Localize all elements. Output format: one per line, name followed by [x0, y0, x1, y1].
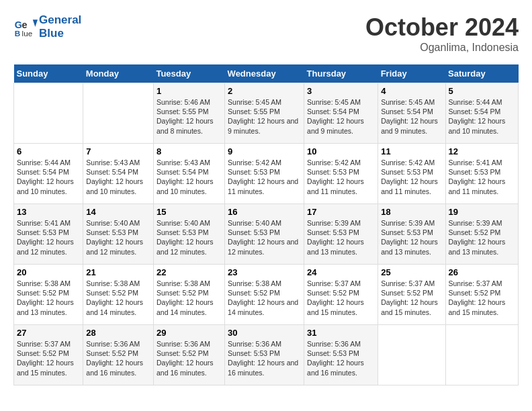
day-info: Sunrise: 5:40 AMSunset: 5:53 PMDaylight:…: [86, 218, 150, 257]
calendar-cell: 10Sunrise: 5:42 AMSunset: 5:53 PMDayligh…: [304, 144, 378, 204]
sunrise-text: Sunrise: 5:37 AM: [381, 279, 442, 288]
day-info: Sunrise: 5:40 AMSunset: 5:53 PMDaylight:…: [157, 218, 222, 257]
day-info: Sunrise: 5:44 AMSunset: 5:54 PMDaylight:…: [449, 97, 515, 136]
day-info: Sunrise: 5:37 AMSunset: 5:52 PMDaylight:…: [17, 339, 80, 377]
calendar-week-5: 27Sunrise: 5:37 AMSunset: 5:52 PMDayligh…: [14, 325, 519, 385]
day-info: Sunrise: 5:38 AMSunset: 5:52 PMDaylight:…: [17, 279, 80, 317]
daylight-text: Daylight: 12 hours and 13 minutes.: [307, 237, 375, 256]
daylight-text: Daylight: 12 hours and 9 minutes.: [307, 116, 375, 135]
logo: G e B lue General Blue: [13, 13, 81, 40]
day-info: Sunrise: 5:36 AMSunset: 5:53 PMDaylight:…: [228, 339, 301, 377]
daylight-text: Daylight: 12 hours and 13 minutes.: [17, 298, 80, 316]
day-number: 8: [157, 146, 222, 156]
sunrise-text: Sunrise: 5:42 AM: [381, 158, 442, 167]
col-header-friday: Friday: [378, 64, 445, 83]
daylight-text: Daylight: 12 hours and 10 minutes.: [17, 177, 80, 195]
sunrise-text: Sunrise: 5:40 AM: [86, 218, 150, 228]
sunset-text: Sunset: 5:53 PM: [381, 228, 442, 237]
sunset-text: Sunset: 5:52 PM: [17, 288, 80, 298]
calendar-cell: 23Sunrise: 5:38 AMSunset: 5:52 PMDayligh…: [225, 265, 304, 325]
daylight-text: Daylight: 12 hours and 12 minutes.: [228, 237, 301, 256]
day-number: 17: [307, 207, 375, 217]
sunrise-text: Sunrise: 5:40 AM: [228, 218, 301, 228]
calendar-cell: 31Sunrise: 5:36 AMSunset: 5:53 PMDayligh…: [304, 325, 378, 385]
col-header-thursday: Thursday: [304, 64, 378, 83]
sunset-text: Sunset: 5:52 PM: [157, 288, 222, 298]
calendar-cell: 16Sunrise: 5:40 AMSunset: 5:53 PMDayligh…: [225, 204, 304, 265]
day-number: 2: [228, 86, 301, 96]
calendar-cell: 3Sunrise: 5:45 AMSunset: 5:54 PMDaylight…: [304, 83, 378, 144]
calendar-cell: 15Sunrise: 5:40 AMSunset: 5:53 PMDayligh…: [153, 204, 224, 265]
day-number: 31: [307, 328, 375, 338]
daylight-text: Daylight: 12 hours and 15 minutes.: [381, 298, 442, 316]
calendar-cell: 2Sunrise: 5:45 AMSunset: 5:55 PMDaylight…: [225, 83, 304, 144]
day-number: 29: [157, 328, 222, 338]
sunrise-text: Sunrise: 5:37 AM: [307, 279, 375, 288]
col-header-wednesday: Wednesday: [225, 64, 304, 83]
day-info: Sunrise: 5:45 AMSunset: 5:54 PMDaylight:…: [307, 97, 375, 136]
sunrise-text: Sunrise: 5:43 AM: [86, 158, 150, 167]
day-info: Sunrise: 5:38 AMSunset: 5:52 PMDaylight:…: [157, 279, 222, 317]
sunrise-text: Sunrise: 5:39 AM: [449, 218, 515, 228]
calendar-cell: 14Sunrise: 5:40 AMSunset: 5:53 PMDayligh…: [83, 204, 154, 265]
svg-text:B: B: [15, 29, 20, 38]
daylight-text: Daylight: 12 hours and 10 minutes.: [449, 116, 515, 135]
day-info: Sunrise: 5:42 AMSunset: 5:53 PMDaylight:…: [228, 158, 301, 196]
sunset-text: Sunset: 5:53 PM: [307, 228, 375, 237]
day-number: 11: [381, 146, 442, 156]
sunset-text: Sunset: 5:54 PM: [86, 167, 150, 177]
day-info: Sunrise: 5:37 AMSunset: 5:52 PMDaylight:…: [449, 279, 515, 317]
sunrise-text: Sunrise: 5:36 AM: [86, 339, 150, 349]
calendar-week-4: 20Sunrise: 5:38 AMSunset: 5:52 PMDayligh…: [14, 265, 519, 325]
sunrise-text: Sunrise: 5:38 AM: [157, 279, 222, 288]
day-info: Sunrise: 5:45 AMSunset: 5:55 PMDaylight:…: [228, 97, 301, 136]
daylight-text: Daylight: 12 hours and 11 minutes.: [307, 177, 375, 195]
day-info: Sunrise: 5:36 AMSunset: 5:52 PMDaylight:…: [86, 339, 150, 377]
sunset-text: Sunset: 5:53 PM: [449, 167, 515, 177]
day-number: 15: [157, 207, 222, 217]
day-number: 14: [86, 207, 150, 217]
day-info: Sunrise: 5:44 AMSunset: 5:54 PMDaylight:…: [17, 158, 80, 196]
sunrise-text: Sunrise: 5:45 AM: [228, 97, 301, 107]
daylight-text: Daylight: 12 hours and 16 minutes.: [307, 358, 375, 377]
calendar-cell: [378, 325, 445, 385]
calendar-cell: 9Sunrise: 5:42 AMSunset: 5:53 PMDaylight…: [225, 144, 304, 204]
daylight-text: Daylight: 12 hours and 16 minutes.: [157, 358, 222, 377]
day-number: 6: [17, 146, 80, 156]
day-info: Sunrise: 5:37 AMSunset: 5:52 PMDaylight:…: [307, 279, 375, 317]
sunrise-text: Sunrise: 5:39 AM: [381, 218, 442, 228]
sunrise-text: Sunrise: 5:46 AM: [157, 97, 222, 107]
day-info: Sunrise: 5:38 AMSunset: 5:52 PMDaylight:…: [86, 279, 150, 317]
calendar-cell: 24Sunrise: 5:37 AMSunset: 5:52 PMDayligh…: [304, 265, 378, 325]
day-info: Sunrise: 5:39 AMSunset: 5:53 PMDaylight:…: [381, 218, 442, 257]
day-number: 21: [86, 267, 150, 277]
day-number: 27: [17, 328, 80, 338]
daylight-text: Daylight: 12 hours and 12 minutes.: [17, 237, 80, 256]
location: Oganlima, Indonesia: [365, 42, 519, 54]
day-number: 10: [307, 146, 375, 156]
day-info: Sunrise: 5:41 AMSunset: 5:53 PMDaylight:…: [17, 218, 80, 257]
day-number: 9: [228, 146, 301, 156]
svg-text:e: e: [22, 19, 28, 30]
daylight-text: Daylight: 12 hours and 15 minutes.: [307, 298, 375, 316]
sunset-text: Sunset: 5:52 PM: [449, 288, 515, 298]
sunrise-text: Sunrise: 5:39 AM: [307, 218, 375, 228]
col-header-tuesday: Tuesday: [153, 64, 224, 83]
daylight-text: Daylight: 12 hours and 12 minutes.: [157, 237, 222, 256]
day-info: Sunrise: 5:36 AMSunset: 5:52 PMDaylight:…: [157, 339, 222, 377]
daylight-text: Daylight: 12 hours and 14 minutes.: [228, 298, 301, 316]
day-number: 4: [381, 86, 442, 96]
sunrise-text: Sunrise: 5:36 AM: [228, 339, 301, 349]
sunrise-text: Sunrise: 5:45 AM: [381, 97, 442, 107]
col-header-monday: Monday: [83, 64, 154, 83]
sunset-text: Sunset: 5:53 PM: [307, 349, 375, 358]
header-row: SundayMondayTuesdayWednesdayThursdayFrid…: [14, 64, 519, 83]
calendar-cell: 7Sunrise: 5:43 AMSunset: 5:54 PMDaylight…: [83, 144, 154, 204]
svg-marker-4: [33, 19, 38, 27]
sunset-text: Sunset: 5:52 PM: [307, 288, 375, 298]
page-header: G e B lue General Blue October 2024 Ogan…: [13, 13, 519, 54]
sunrise-text: Sunrise: 5:37 AM: [449, 279, 515, 288]
sunset-text: Sunset: 5:52 PM: [449, 228, 515, 237]
sunrise-text: Sunrise: 5:43 AM: [157, 158, 222, 167]
daylight-text: Daylight: 12 hours and 14 minutes.: [86, 298, 150, 316]
